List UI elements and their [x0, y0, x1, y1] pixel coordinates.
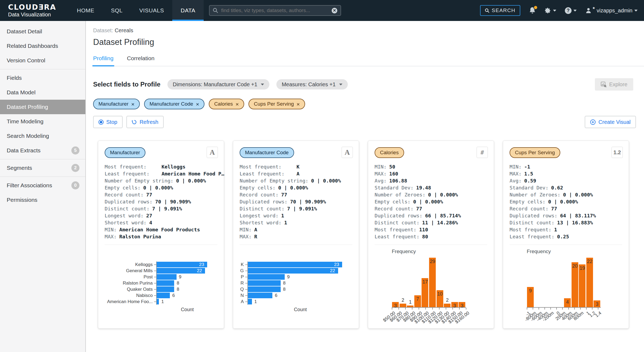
stat-label: Distinct count: [240, 206, 284, 211]
nav-tab-home[interactable]: HOME [68, 0, 103, 21]
sidebar-item-permissions[interactable]: Permissions [0, 193, 85, 207]
field-statistics: Most frequent:KelloggsLeast frequent:Ame… [105, 164, 217, 241]
clear-search-icon[interactable]: ✕ [332, 8, 337, 13]
bar-value-label: 7 [416, 296, 419, 302]
field-chip-calories[interactable]: Calories× [209, 99, 244, 109]
settings-menu-button[interactable] [544, 7, 556, 14]
stat-label: MIN: [510, 164, 522, 170]
sidebar-item-segments[interactable]: Segments2 [0, 161, 85, 175]
axis-tick [539, 308, 539, 310]
sidebar-item-version-control[interactable]: Version Control [0, 53, 85, 68]
stat-label: MAX: [375, 171, 387, 177]
chart-row-general-mills: General Mills22 [105, 268, 217, 274]
stat-label: Duplicated rows: [240, 199, 287, 204]
dimensions-dropdown[interactable]: Dimensions: Manufacturer Code +1 [167, 79, 269, 89]
sidebar-item-filter-associations[interactable]: Filter Associations0 [0, 178, 85, 193]
stat-value: 0 | 0.000% [428, 192, 458, 197]
stat-value: 77 [551, 206, 557, 211]
admin-star-icon: * [593, 6, 595, 12]
stat-label: Empty cells: [240, 185, 276, 191]
global-search-box[interactable]: ✕ [209, 5, 341, 16]
sidebar-item-search-modeling[interactable]: Search Modeling [0, 129, 85, 143]
string-type-icon: A [207, 147, 218, 158]
bar-value-label: 4 [566, 299, 569, 305]
bar-value-label: 9 [179, 274, 181, 280]
stop-button[interactable]: Stop [93, 116, 123, 128]
sidebar-item-fields[interactable]: Fields [0, 71, 85, 85]
stat-row-distinct-count: Distinct count:7 | 9.091% [105, 206, 217, 213]
remove-icon[interactable]: × [131, 101, 134, 107]
refresh-button[interactable]: Refresh [126, 116, 164, 128]
stat-row-duplicated-rows: Duplicated rows:64 | 83.117% [510, 213, 622, 220]
sidebar-item-label: Dataset Detail [7, 28, 42, 35]
help-menu-button[interactable]: ? [565, 7, 577, 14]
bar-value-label: 9 [287, 274, 290, 280]
nav-tab-data[interactable]: DATA [172, 0, 204, 21]
stat-value: 7 | 9.091% [152, 206, 182, 211]
notifications-button[interactable] [529, 7, 536, 14]
stat-label: Distinct count: [375, 220, 419, 225]
breadcrumb-dataset-name: Cereals [115, 27, 133, 33]
bar-value-label: 8 [283, 287, 286, 292]
field-name-chip: Cups Per Serving [510, 147, 560, 158]
stat-row-most-frequent: Most frequent:1 [510, 227, 622, 234]
divider [375, 245, 487, 245]
measures-dropdown-label: Measures: Calories +1 [282, 81, 336, 88]
remove-icon[interactable]: × [297, 101, 300, 107]
chart-row-american-home-foo: American Home Foo...1 [105, 299, 217, 305]
gear-icon [544, 7, 551, 14]
sidebar-item-data-extracts[interactable]: Data Extracts5 [0, 143, 85, 158]
category-label: K [240, 262, 245, 267]
breadcrumb-label: Dataset: [93, 27, 113, 33]
search-icon [213, 8, 218, 13]
tab-profiling[interactable]: Profiling [93, 55, 114, 66]
chevron-down-icon [573, 10, 577, 12]
measures-dropdown[interactable]: Measures: Calories +1 [276, 79, 348, 89]
tab-correlation[interactable]: Correlation [127, 55, 155, 66]
field-chip-cups-per-serving[interactable]: Cups Per Serving× [248, 99, 305, 109]
stop-button-label: Stop [106, 119, 117, 125]
axis-tick [556, 308, 557, 310]
create-visual-button[interactable]: Create Visual [585, 116, 636, 128]
sidebar-item-dataset-detail[interactable]: Dataset Detail [0, 24, 85, 39]
stat-row-max: MAX:1.5 [510, 171, 622, 178]
field-chip-manufacturer-code[interactable]: Manufacturer Code× [144, 99, 204, 109]
bar-value-label: 6 [172, 293, 175, 298]
stat-row-record-count: Record count:77 [105, 192, 217, 199]
search-input[interactable] [221, 8, 329, 13]
stat-value: Kelloggs [162, 164, 185, 170]
stat-row-number-of-zeroes: Number of Zeroes:0 | 0.000% [375, 192, 487, 199]
sidebar-item-time-modeling[interactable]: Time Modeling [0, 114, 85, 129]
stat-value: 64 | 83.117% [560, 213, 596, 218]
nav-tab-sql[interactable]: SQL [103, 0, 131, 21]
stat-label: Empty cells: [375, 199, 411, 204]
nav-tab-visuals[interactable]: VISUALS [131, 0, 172, 21]
category-label: G [240, 268, 245, 274]
bar-chart: K23G22P9R8Q8N6A1Count [240, 261, 352, 313]
explore-button[interactable]: Explore [595, 78, 633, 91]
sidebar-item-data-model[interactable]: Data Model [0, 85, 85, 100]
chart-row-a: A1 [240, 299, 352, 305]
field-chips: Manufacturer×Manufacturer Code×Calories×… [93, 99, 644, 109]
stat-label: Duplicated rows: [105, 199, 152, 204]
search-button[interactable]: SEARCH [480, 5, 520, 16]
axis-tick [425, 308, 426, 310]
stat-row-number-of-zeroes: Number of Zeroes:0 | 0.000% [510, 192, 622, 199]
stat-row-max: MAX:Ralston Purina [105, 234, 217, 241]
explore-chart-icon [601, 82, 606, 87]
bar-value-label: 2 [401, 297, 404, 303]
axis-tick [568, 308, 569, 310]
profile-card-manufacturer: ManufacturerAMost frequent:KelloggsLeast… [98, 141, 224, 329]
chart-row-kelloggs: Kelloggs23 [105, 261, 217, 268]
cards-row: ManufacturerAMost frequent:KelloggsLeast… [98, 141, 644, 329]
bar-g [248, 268, 338, 274]
user-icon [585, 7, 592, 14]
sidebar-item-dataset-profiling[interactable]: Dataset Profiling [0, 100, 85, 114]
remove-icon[interactable]: × [236, 101, 239, 107]
sidebar-item-label: Data Extracts [7, 147, 41, 154]
bar-track: 23 [248, 262, 352, 267]
user-menu-button[interactable]: * vizapps_admin [585, 7, 638, 14]
field-chip-manufacturer[interactable]: Manufacturer× [93, 99, 140, 109]
remove-icon[interactable]: × [196, 101, 199, 107]
sidebar-item-related-dashboards[interactable]: Related Dashboards [0, 39, 85, 53]
